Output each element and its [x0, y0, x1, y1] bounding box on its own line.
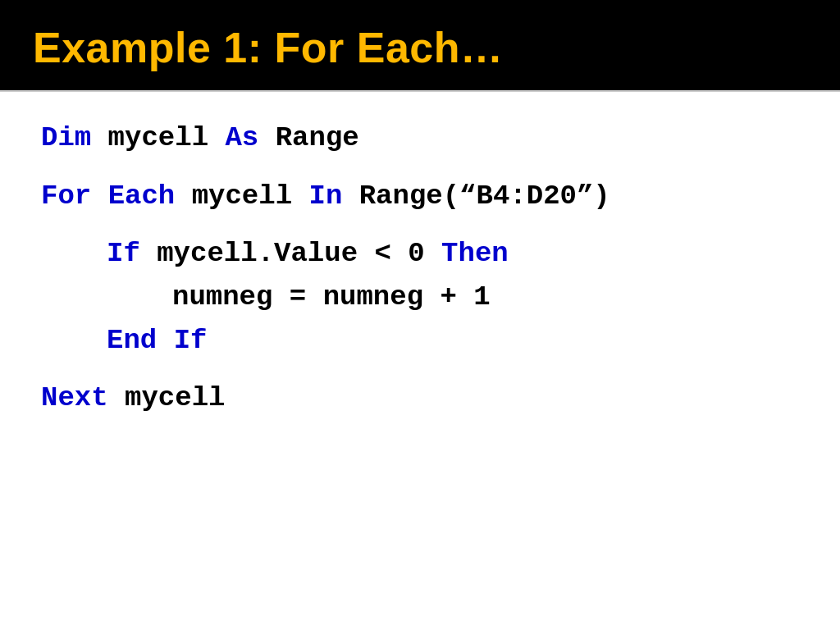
var-mycell-2: mycell — [175, 180, 308, 212]
code-block: Dim mycell As Range For Each mycell In R… — [41, 116, 799, 420]
code-line-body: numneg = numneg + 1 — [41, 276, 799, 319]
code-line-next: Next mycell — [41, 377, 799, 420]
range-expr: Range(“B4:D20”) — [342, 180, 609, 212]
keyword-if: If — [107, 238, 140, 269]
keyword-then: Then — [441, 238, 509, 269]
slide-header: Example 1: For Each… — [0, 0, 840, 90]
keyword-dim: Dim — [41, 122, 91, 153]
keyword-in: In — [308, 180, 342, 212]
spacer-2 — [41, 217, 799, 232]
spacer-1 — [41, 160, 799, 175]
code-content: Dim mycell As Range For Each mycell In R… — [0, 92, 840, 436]
keyword-if-end: If — [174, 325, 208, 356]
keyword-for: For — [41, 180, 91, 212]
spacer-3 — [41, 362, 799, 377]
code-line-if: If mycell.Value < 0 Then — [41, 232, 799, 276]
if-condition: mycell.Value < 0 — [140, 238, 441, 269]
code-line-dim: Dim mycell As Range — [41, 116, 799, 160]
type-range-1: Range — [258, 122, 358, 153]
code-line-for-each: For Each mycell In Range(“B4:D20”) — [41, 175, 799, 218]
body-statement: numneg = numneg + 1 — [172, 281, 491, 313]
keyword-each: Each — [108, 180, 176, 212]
slide-title: Example 1: For Each… — [33, 24, 504, 71]
var-mycell-3: mycell — [108, 382, 226, 413]
keyword-end: End — [107, 325, 157, 356]
code-line-end-if: End If — [41, 319, 799, 363]
keyword-as: As — [225, 122, 258, 153]
var-mycell-1: mycell — [91, 122, 225, 153]
keyword-next: Next — [41, 382, 108, 413]
